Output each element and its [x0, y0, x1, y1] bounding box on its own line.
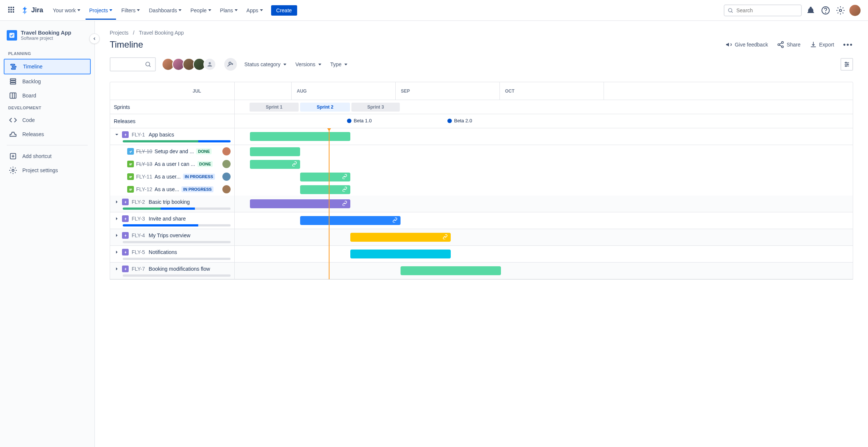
sidebar-item-project-settings[interactable]: Project settings — [4, 163, 91, 177]
epic-title[interactable]: My Trips overview — [149, 232, 190, 238]
view-settings-button[interactable] — [840, 58, 853, 71]
epic-title[interactable]: Basic trip booking — [149, 199, 190, 205]
type-filter[interactable]: Type — [329, 59, 349, 70]
svg-point-21 — [782, 46, 784, 48]
notifications-button[interactable] — [805, 4, 817, 16]
epic-bar[interactable] — [250, 199, 350, 208]
issue-key[interactable]: FLY-13 — [136, 161, 152, 167]
epic-bar[interactable] — [350, 233, 451, 242]
nav-plans[interactable]: Plans — [216, 5, 241, 16]
epic-bar[interactable] — [350, 250, 451, 258]
add-assignee-button[interactable] — [224, 58, 237, 71]
nav-dashboards[interactable]: Dashboards — [145, 5, 185, 16]
issue-bar[interactable] — [300, 173, 350, 181]
chevron-down-icon — [283, 64, 286, 65]
jira-logo[interactable]: Jira — [21, 6, 43, 15]
months-row: JULAUGSEPOCT — [110, 82, 853, 100]
epic-toggle[interactable] — [114, 216, 120, 222]
share-button[interactable]: Share — [777, 41, 800, 48]
unassigned-avatar[interactable] — [203, 58, 216, 71]
profile-avatar[interactable] — [849, 5, 861, 16]
epic-key[interactable]: FLY-1 — [132, 132, 145, 138]
epic-bar[interactable] — [250, 132, 350, 141]
assignee-avatar[interactable] — [222, 147, 231, 155]
help-button[interactable] — [820, 4, 832, 16]
export-button[interactable]: Export — [810, 41, 834, 48]
app-switcher-icon[interactable] — [7, 6, 16, 15]
issue-key[interactable]: FLY-12 — [136, 186, 152, 192]
give-feedback-button[interactable]: Give feedback — [725, 41, 768, 48]
sidebar-item-label: Code — [22, 117, 35, 123]
breadcrumb-project-name[interactable]: Travel Booking App — [139, 30, 184, 36]
epic-key[interactable]: FLY-4 — [132, 232, 145, 238]
story-icon — [127, 161, 134, 167]
assignee-avatar[interactable] — [222, 160, 231, 168]
epic-toggle[interactable] — [114, 266, 120, 272]
issue-key[interactable]: FLY-10 — [136, 148, 152, 154]
issue-bar[interactable] — [300, 185, 350, 194]
issue-key[interactable]: FLY-11 — [136, 174, 152, 180]
nav-your-work[interactable]: Your work — [49, 5, 84, 16]
sidebar-item-code[interactable]: Code — [4, 113, 91, 127]
sidebar-item-backlog[interactable]: Backlog — [4, 74, 91, 89]
epic-toggle[interactable] — [114, 132, 120, 138]
epic-title[interactable]: Booking modifications flow — [149, 266, 210, 272]
nav-projects[interactable]: Projects — [86, 1, 116, 20]
issue-title[interactable]: As a user... — [155, 174, 181, 180]
page-header: Timeline Give feedback Share Export ••• — [110, 39, 853, 50]
jira-logo-icon — [21, 6, 30, 15]
epic-progress — [123, 258, 231, 260]
svg-point-4 — [839, 9, 842, 12]
more-actions-button[interactable]: ••• — [843, 41, 853, 49]
month-header: AUG — [292, 82, 396, 100]
issue-title[interactable]: As a use... — [155, 186, 179, 192]
nav-people[interactable]: People — [187, 5, 215, 16]
epic-key[interactable]: FLY-7 — [132, 266, 145, 272]
epic-toggle[interactable] — [114, 249, 120, 255]
epic-key[interactable]: FLY-3 — [132, 216, 145, 222]
issue-bar[interactable] — [250, 160, 300, 169]
sprint-pill[interactable]: Sprint 1 — [250, 103, 299, 112]
sidebar-collapse-button[interactable] — [89, 33, 100, 44]
assignee-avatar[interactable] — [222, 173, 231, 181]
sprint-pill[interactable]: Sprint 3 — [351, 103, 400, 112]
epic-key[interactable]: FLY-5 — [132, 249, 145, 255]
sidebar-item-releases[interactable]: Releases — [4, 127, 91, 141]
create-button[interactable]: Create — [271, 5, 297, 16]
issue-title[interactable]: Setup dev and ... — [155, 148, 194, 154]
breadcrumb-projects[interactable]: Projects — [110, 30, 129, 36]
search-input[interactable] — [724, 4, 802, 16]
today-marker — [329, 128, 329, 279]
issue-title[interactable]: As a user I can ... — [155, 161, 195, 167]
nav-filters[interactable]: Filters — [118, 5, 144, 16]
release-marker[interactable]: Beta 2.0 — [447, 118, 472, 123]
assignee-avatar[interactable] — [222, 185, 231, 193]
status-filter[interactable]: Status category — [243, 59, 288, 70]
epic-bar[interactable] — [300, 216, 401, 225]
sidebar-item-timeline[interactable]: Timeline — [4, 59, 91, 74]
code-icon — [9, 116, 17, 124]
release-marker[interactable]: Beta 1.0 — [347, 118, 372, 123]
epic-toggle[interactable] — [114, 232, 120, 238]
sidebar-divider — [7, 145, 88, 145]
epic-bar[interactable] — [401, 266, 501, 275]
filter-search[interactable] — [110, 57, 156, 71]
versions-filter[interactable]: Versions — [294, 59, 323, 70]
svg-rect-12 — [10, 93, 16, 99]
issue-bar[interactable] — [250, 147, 300, 156]
epic-title[interactable]: Invite and share — [149, 216, 186, 222]
assignee-filter[interactable] — [162, 58, 216, 71]
person-icon — [206, 61, 213, 68]
sidebar-item-add-shortcut[interactable]: Add shortcut — [4, 149, 91, 163]
breadcrumb: Projects / Travel Booking App — [110, 30, 853, 36]
project-header[interactable]: Travel Booking App Software project — [4, 30, 91, 48]
sidebar-item-board[interactable]: Board — [4, 89, 91, 103]
epic-toggle[interactable] — [114, 199, 120, 205]
nav-apps[interactable]: Apps — [243, 5, 267, 16]
timeline-grid: JULAUGSEPOCTSprintsSprint 1Sprint 2Sprin… — [110, 82, 853, 280]
epic-title[interactable]: Notifications — [149, 249, 177, 255]
epic-title[interactable]: App basics — [149, 132, 174, 138]
sprint-pill[interactable]: Sprint 2 — [300, 103, 350, 112]
epic-key[interactable]: FLY-2 — [132, 199, 145, 205]
settings-button[interactable] — [835, 4, 846, 16]
